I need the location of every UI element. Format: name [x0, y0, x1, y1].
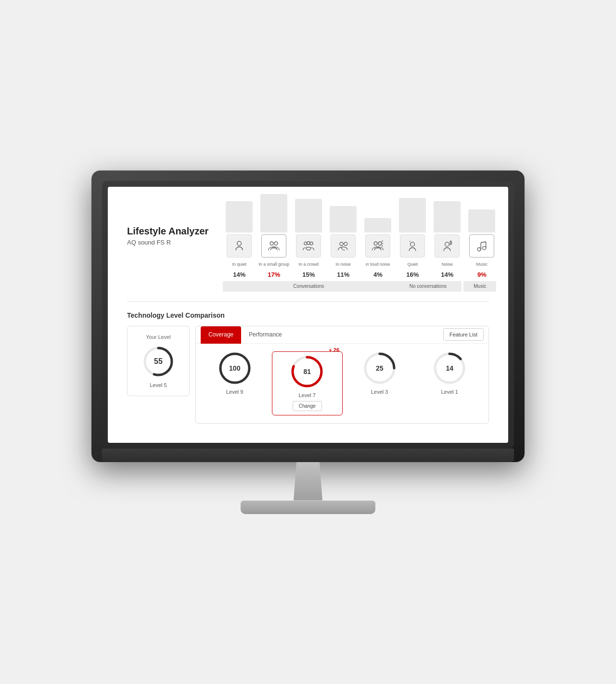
category-label-music: Music — [463, 281, 496, 292]
bar-percent-in-loud-noise: 4% — [373, 271, 383, 278]
your-level-value: 55 — [154, 357, 163, 366]
monitor: Lifestyle Analyzer AQ sound FS R In quie… — [91, 170, 525, 514]
bar-item-music: Music9% — [465, 187, 498, 278]
svg-point-13 — [478, 247, 481, 251]
bar-percent-noise: 14% — [441, 271, 453, 278]
gauge: 81 — [290, 355, 324, 388]
monitor-screen: Lifestyle Analyzer AQ sound FS R In quie… — [108, 187, 508, 443]
your-level-name: Level 5 — [150, 382, 167, 388]
tabs-left: Coverage Performance — [201, 326, 290, 343]
bar-icon-in-loud-noise — [365, 234, 390, 258]
screen-content: Lifestyle Analyzer AQ sound FS R In quie… — [108, 187, 508, 443]
monitor-chin — [102, 449, 514, 462]
bar-item-in-loud-noise: in loud noise4% — [361, 187, 394, 278]
svg-point-10 — [411, 242, 415, 246]
app-subtitle: AQ sound FS R — [127, 239, 208, 246]
monitor-bezel: Lifestyle Analyzer AQ sound FS R In quie… — [102, 181, 514, 449]
level-item-level9: 100 Level 9 — [202, 351, 268, 395]
tab-coverage[interactable]: Coverage — [201, 326, 241, 344]
level-item-level3: 25 Level 3 — [346, 351, 413, 395]
svg-point-6 — [340, 242, 343, 245]
svg-point-0 — [237, 241, 242, 245]
bar-icon-quiet — [400, 234, 425, 258]
bar-icon-in-noise — [331, 234, 356, 258]
feature-list-button[interactable]: Feature List — [443, 328, 484, 341]
level-name-level3: Level 3 — [371, 389, 388, 395]
bar-item-in-quiet: In quiet14% — [223, 187, 256, 278]
your-level-card: Your Level 55 Level 5 — [127, 326, 190, 396]
bar-item-noise: Noise14% — [431, 187, 463, 278]
tech-body: Your Level 55 Level 5 — [127, 326, 489, 424]
lifestyle-section: Lifestyle Analyzer AQ sound FS R In quie… — [127, 201, 489, 302]
bar-percent-in-small-group: 17% — [268, 271, 280, 278]
tech-title: Technology Level Comparison — [127, 311, 489, 319]
bar-percent-quiet: 16% — [406, 271, 419, 278]
level-item-level7: + 26 81 Level 7Change — [272, 351, 343, 415]
monitor-outer: Lifestyle Analyzer AQ sound FS R In quie… — [91, 170, 525, 462]
svg-point-9 — [378, 242, 382, 245]
svg-point-8 — [374, 242, 377, 245]
bar-icon-noise — [435, 234, 460, 258]
bar-item-in-noise: In noise11% — [327, 187, 359, 278]
svg-line-17 — [481, 242, 487, 243]
your-level-gauge: 55 — [141, 345, 175, 378]
lifestyle-title-block: Lifestyle Analyzer AQ sound FS R — [127, 201, 208, 246]
level-name-level9: Level 9 — [226, 389, 243, 395]
bar-label-in-noise: In noise — [336, 259, 351, 270]
level-item-level1: 14 Level 1 — [417, 351, 483, 395]
bar-icon-in-a-crowd — [296, 234, 321, 258]
bar-item-quiet: Quiet16% — [396, 187, 429, 278]
svg-point-4 — [307, 241, 310, 244]
category-labels: ConversationsNo conversationsMusic — [223, 281, 498, 292]
gauge: 25 — [363, 351, 397, 385]
category-label-no-conversations: No conversations — [394, 281, 462, 292]
category-label-conversations: Conversations — [223, 281, 394, 292]
bar-icon-in-small-group — [261, 234, 286, 258]
bar-label-in-a-crowd: In a crowd — [299, 259, 319, 270]
levels-row: 100 Level 9+ 26 81 Level 7Change 25 Leve… — [196, 344, 488, 423]
bar-percent-in-quiet: 14% — [233, 271, 245, 278]
bar-icon-music — [469, 234, 494, 258]
your-level-label: Your Level — [146, 334, 171, 340]
bar-label-quiet: Quiet — [408, 259, 418, 270]
svg-point-2 — [274, 242, 278, 245]
bar-label-music: Music — [476, 259, 488, 270]
gauge: 14 — [433, 351, 466, 385]
svg-point-5 — [310, 242, 313, 245]
level-name-level7: Level 7 — [299, 392, 316, 398]
bar-label-noise: Noise — [442, 259, 453, 270]
change-button[interactable]: Change — [293, 401, 322, 411]
monitor-stand-neck — [279, 462, 337, 501]
bars-section: In quiet14%In a small group17%In a crowd… — [223, 201, 498, 292]
tabs-row: Coverage Performance Feature List — [196, 326, 488, 344]
bar-percent-in-a-crowd: 15% — [302, 271, 315, 278]
bar-label-in-quiet: In quiet — [232, 259, 247, 270]
bar-percent-in-noise: 11% — [337, 271, 349, 278]
level-name-level1: Level 1 — [441, 389, 458, 395]
tech-section: Technology Level Comparison Your Level — [127, 302, 489, 424]
bar-item-in-a-crowd: In a crowd15% — [292, 187, 325, 278]
svg-point-7 — [344, 242, 347, 245]
tab-performance[interactable]: Performance — [241, 326, 290, 344]
bars-container: In quiet14%In a small group17%In a crowd… — [223, 201, 498, 278]
svg-point-3 — [304, 242, 307, 245]
monitor-stand-base — [241, 501, 375, 514]
svg-point-1 — [270, 242, 273, 245]
svg-point-12 — [445, 242, 449, 246]
app-title: Lifestyle Analyzer — [127, 225, 208, 237]
bar-label-in-loud-noise: in loud noise — [366, 259, 390, 270]
gauge: 100 — [218, 351, 252, 385]
svg-point-14 — [483, 246, 486, 249]
bar-item-in-small-group: In a small group17% — [257, 187, 290, 278]
plus-badge: + 26 — [329, 347, 339, 353]
bar-icon-in-quiet — [227, 234, 252, 258]
comparison-block: Coverage Performance Feature List 100 Le… — [195, 326, 489, 424]
bar-label-in-small-group: In a small group — [258, 259, 289, 270]
bar-percent-music: 9% — [477, 271, 487, 278]
